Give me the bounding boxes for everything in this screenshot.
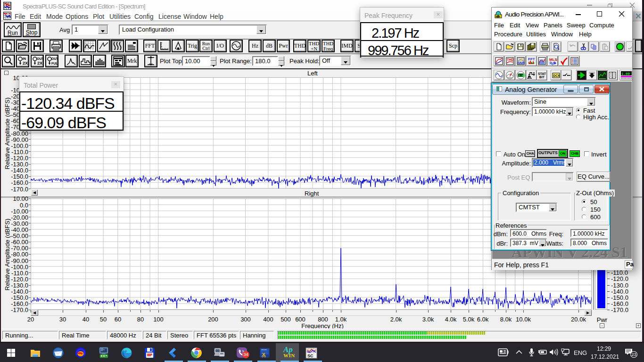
svg-text:2X: 2X xyxy=(37,61,42,66)
svg-text:1.00: 1.00 xyxy=(621,72,630,76)
svg-text:OUT: OUT xyxy=(51,57,58,60)
svg-text:SNR: SNR xyxy=(518,61,525,65)
svg-text:THD: THD xyxy=(507,58,513,61)
svg-text:WN: WN xyxy=(495,15,500,18)
svg-text:FULL: FULL xyxy=(51,62,58,65)
svg-text:IN: IN xyxy=(23,57,26,60)
svg-text:1.99: 1.99 xyxy=(519,74,526,77)
svg-text:OUT: OUT xyxy=(37,57,43,60)
svg-text:2X: 2X xyxy=(23,61,28,66)
svg-text:MLS: MLS xyxy=(549,58,557,62)
svg-text:FFT: FFT xyxy=(528,57,535,61)
svg-text:DCX: DCX xyxy=(553,74,560,77)
svg-text:SC: SC xyxy=(307,354,314,358)
